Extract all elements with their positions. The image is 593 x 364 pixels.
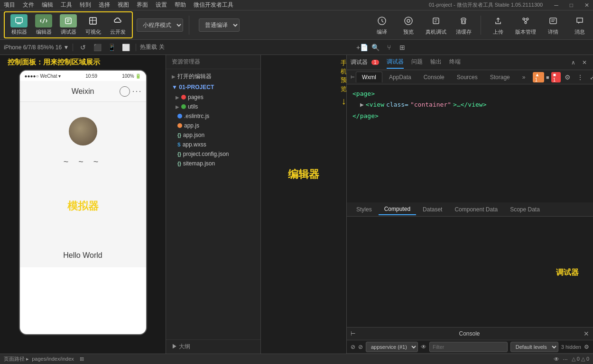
wxml-tab-storage[interactable]: Storage: [484, 72, 516, 82]
compile-select[interactable]: 普通编译: [199, 18, 240, 32]
toolbar-separator1: [189, 16, 189, 35]
menu-project[interactable]: 项目: [4, 1, 15, 9]
code-class-attr: class=: [386, 99, 408, 110]
wxml-tab-console[interactable]: Console: [418, 72, 450, 82]
git-icon-btn[interactable]: ⑂: [383, 42, 395, 53]
open-editors-item[interactable]: ▶ 打开的编辑器: [166, 71, 260, 82]
filter-input[interactable]: [429, 342, 508, 352]
menu-goto[interactable]: 转到: [80, 1, 91, 9]
menu-devtools[interactable]: 微信开发者工具: [194, 1, 233, 9]
console-toolbar: ⊘ ⊘ appservice (#1) 👁 Default levels 3 h…: [347, 340, 593, 354]
debugger-tabs: 调试器 问题 输出 终端: [387, 56, 461, 69]
detail-button[interactable]: 详情: [544, 14, 563, 36]
menu-help[interactable]: 帮助: [175, 1, 186, 9]
computed-content: [347, 217, 593, 327]
fullscreen-icon[interactable]: ⤢: [587, 72, 593, 82]
refresh-button[interactable]: ↺: [77, 42, 89, 53]
appjs-file[interactable]: app.js: [166, 121, 260, 130]
main-toolbar: 模拟器 编辑器 调试器 可视化: [0, 10, 593, 40]
add-page-button[interactable]: +📄: [356, 42, 369, 53]
appjs-label: app.js: [184, 122, 199, 129]
visualize-mode-button[interactable]: 可视化: [83, 14, 103, 36]
compile-button[interactable]: 编译: [372, 14, 391, 36]
menu-interface[interactable]: 界面: [137, 1, 148, 9]
wxml-more-btn[interactable]: »: [517, 72, 531, 82]
app-title: 01-project - 微信开发者工具 Stable 1.05.2111300: [429, 1, 543, 9]
debugger-tab-output[interactable]: 输出: [430, 56, 442, 69]
service-select[interactable]: appservice (#1): [366, 342, 418, 352]
close-button[interactable]: ✕: [584, 2, 589, 9]
menu-edit[interactable]: 编辑: [42, 1, 53, 9]
styles-tab-styles[interactable]: Styles: [351, 204, 378, 215]
layout-icon-btn[interactable]: ⊞: [396, 42, 408, 53]
wxml-tab-sources[interactable]: Sources: [451, 72, 483, 82]
utils-folder[interactable]: ▶ utils: [166, 102, 260, 111]
real-debug-button[interactable]: 真机调试: [426, 14, 446, 36]
menu-select[interactable]: 选择: [99, 1, 110, 9]
debugger-mode-button[interactable]: 调试器: [58, 14, 79, 36]
version-button[interactable]: 版本管理: [515, 14, 536, 36]
upload-button[interactable]: 上传: [489, 14, 508, 36]
appjson-file[interactable]: {} app.json: [166, 130, 260, 140]
app-wrapper: 项目 文件 编辑 工具 转到 选择 视图 界面 设置 帮助 微信开发者工具 01…: [0, 0, 593, 364]
menu-file[interactable]: 文件: [23, 1, 34, 9]
debugger-tab-debug[interactable]: 调试器: [387, 56, 404, 69]
phone-button[interactable]: 📱: [105, 42, 118, 53]
styles-tab-scope[interactable]: Scope Data: [504, 204, 546, 215]
menu-tools[interactable]: 工具: [61, 1, 72, 9]
debugger-close-button[interactable]: ✕: [580, 58, 589, 67]
mode-select[interactable]: 小程序模式: [137, 18, 183, 32]
projectconfig-icon: {}: [177, 152, 181, 157]
bottom-eye-icon[interactable]: 👁: [554, 356, 559, 363]
pages-folder[interactable]: ▶ pages: [166, 92, 260, 102]
svg-rect-3: [65, 18, 71, 24]
projectconfig-file[interactable]: {} project.config.json: [166, 149, 260, 159]
appjson-label: app.json: [183, 132, 204, 138]
sitemap-file[interactable]: {} sitemap.json: [166, 159, 260, 168]
more-options-icon[interactable]: ⋮: [575, 72, 585, 82]
menu-view[interactable]: 视图: [118, 1, 129, 9]
code-page-open: <page>: [352, 88, 375, 99]
simulator-mode-button[interactable]: 模拟器: [9, 14, 29, 36]
eslint-icon: [177, 114, 182, 118]
stop-button[interactable]: ⬛: [91, 42, 103, 53]
sim-record-btn[interactable]: [120, 86, 130, 97]
appwxss-file[interactable]: S app.wxss: [166, 140, 260, 149]
upload-label: 上传: [493, 28, 503, 36]
svg-point-11: [407, 19, 410, 22]
styles-tab-component[interactable]: Component Data: [449, 204, 503, 215]
sim-more-btn[interactable]: ···: [132, 86, 142, 96]
styles-tab-dataset[interactable]: Dataset: [417, 204, 448, 215]
version-icon: [518, 14, 533, 27]
bottom-more-icon[interactable]: ···: [563, 356, 568, 363]
preview-button[interactable]: 预览: [399, 14, 418, 36]
console-close-button[interactable]: ✕: [584, 330, 589, 337]
debugger-tab-issues[interactable]: 问题: [411, 56, 423, 69]
debugger-tab-terminal[interactable]: 终端: [449, 56, 461, 69]
svg-point-20: [525, 22, 527, 24]
wxml-dock-icon[interactable]: ⊢: [351, 73, 355, 81]
debugger-icon: [60, 14, 77, 27]
styles-tab-computed[interactable]: Computed: [379, 204, 416, 215]
screen-button[interactable]: ⬜: [120, 42, 132, 53]
console-settings-icon[interactable]: ⚙: [584, 344, 589, 350]
search-icon-btn[interactable]: 🔍: [370, 42, 382, 53]
maximize-button[interactable]: □: [570, 2, 573, 9]
code-expand-arrow[interactable]: ▶: [360, 99, 364, 110]
debugger-title-bar: 调试器 1 调试器 问题 输出 终端 ∧ ✕: [347, 55, 593, 70]
err-badge: ■ 1: [551, 72, 561, 82]
wxml-tab-appdata[interactable]: AppData: [383, 72, 417, 82]
levels-select[interactable]: Default levels: [510, 342, 558, 352]
settings-icon[interactable]: ⚙: [563, 72, 573, 82]
wxml-tab-wxml[interactable]: Wxml: [356, 72, 382, 82]
debugger-collapse-button[interactable]: ∧: [568, 58, 578, 67]
clear-cache-button[interactable]: 清缓存: [454, 14, 473, 36]
message-button[interactable]: 消息: [570, 14, 589, 36]
console-dock-icon[interactable]: ⊢: [351, 330, 355, 337]
cloud-mode-button[interactable]: 云开发: [107, 14, 128, 36]
copy-path-icon[interactable]: ⊞: [80, 356, 84, 362]
menu-settings[interactable]: 设置: [156, 1, 167, 9]
minimize-button[interactable]: ─: [554, 2, 558, 9]
eslint-file[interactable]: .eslintrc.js: [166, 111, 260, 121]
editor-mode-button[interactable]: 编辑器: [33, 14, 54, 36]
